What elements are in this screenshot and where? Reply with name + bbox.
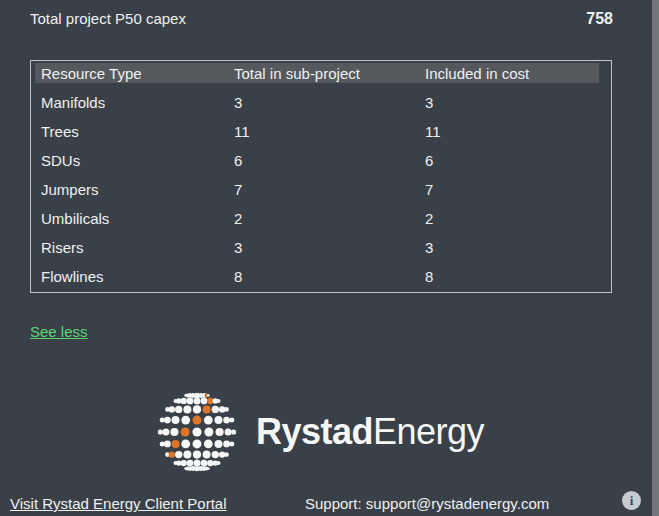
cell-included: 3 — [425, 94, 611, 111]
cell-resource-type: SDUs — [41, 152, 234, 169]
panel-header: Total project P50 capex 758 — [30, 10, 613, 28]
table-body: Manifolds 3 3 Trees 11 11 SDUs 6 6 Jumpe… — [31, 83, 611, 291]
column-header-resource-type: Resource Type — [41, 65, 234, 82]
cell-resource-type: Manifolds — [41, 94, 234, 111]
resource-table: Resource Type Total in sub-project Inclu… — [30, 60, 612, 293]
cell-total: 3 — [234, 94, 425, 111]
cell-total: 2 — [234, 210, 425, 227]
cell-included: 8 — [425, 268, 611, 285]
cell-total: 3 — [234, 239, 425, 256]
table-header-row: Resource Type Total in sub-project Inclu… — [35, 63, 599, 83]
cell-resource-type: Jumpers — [41, 181, 234, 198]
see-less-link[interactable]: See less — [30, 323, 88, 340]
table-row: Risers 3 3 — [31, 233, 611, 262]
logo-word-energy: Energy — [373, 411, 484, 452]
cell-resource-type: Flowlines — [41, 268, 234, 285]
panel-title: Total project P50 capex — [30, 10, 186, 28]
table-row: Jumpers 7 7 — [31, 175, 611, 204]
logo-word-rystad: Rystad — [256, 411, 373, 452]
cell-resource-type: Risers — [41, 239, 234, 256]
cell-resource-type: Trees — [41, 123, 234, 140]
cell-included: 7 — [425, 181, 611, 198]
support-text: Support: support@rystadenergy.com — [305, 495, 549, 512]
table-row: SDUs 6 6 — [31, 146, 611, 175]
client-portal-link[interactable]: Visit Rystad Energy Client Portal — [10, 495, 226, 512]
table-row: Umbilicals 2 2 — [31, 204, 611, 233]
cell-total: 6 — [234, 152, 425, 169]
cell-total: 11 — [234, 123, 425, 140]
scrollbar[interactable] — [652, 0, 659, 516]
rystad-logo-text: RystadEnergy — [256, 412, 484, 452]
table-row: Trees 11 11 — [31, 117, 611, 146]
cell-included: 6 — [425, 152, 611, 169]
cell-included: 2 — [425, 210, 611, 227]
column-header-included: Included in cost — [425, 65, 599, 82]
cell-total: 8 — [234, 268, 425, 285]
footer: Visit Rystad Energy Client Portal Suppor… — [0, 490, 652, 516]
capex-value: 758 — [586, 10, 613, 28]
column-header-total: Total in sub-project — [234, 65, 425, 82]
info-icon[interactable]: i — [622, 491, 641, 510]
cell-included: 11 — [425, 123, 611, 140]
cell-included: 3 — [425, 239, 611, 256]
table-row: Flowlines 8 8 — [31, 262, 611, 291]
cell-resource-type: Umbilicals — [41, 210, 234, 227]
rystad-energy-logo: RystadEnergy — [157, 392, 484, 472]
rystad-globe-icon — [157, 392, 237, 472]
cell-total: 7 — [234, 181, 425, 198]
table-row: Manifolds 3 3 — [31, 88, 611, 117]
